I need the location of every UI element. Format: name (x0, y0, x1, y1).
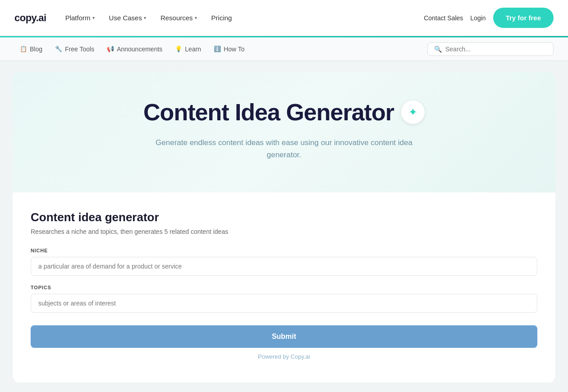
blog-icon: 📋 (20, 46, 27, 52)
powered-by-text: Powered by Copy.ai (31, 353, 537, 360)
top-navigation: copy.ai Platform ▾ Use Cases ▾ Resources… (0, 0, 568, 36)
topics-label: TOPICS (31, 285, 537, 290)
form-section: Content idea generator Researches a nich… (13, 192, 555, 383)
login-button[interactable]: Login (470, 14, 486, 22)
hero-subtitle: Generate endless content ideas with ease… (153, 137, 415, 161)
learn-icon: 💡 (175, 46, 182, 52)
try-free-button[interactable]: Try for free (493, 8, 554, 28)
main-wrapper: Content Idea Generator ✦ Generate endles… (0, 61, 568, 392)
sparkle-icon: ✦ (408, 106, 417, 119)
announcements-icon: 📢 (107, 46, 114, 52)
hero-title-wrap: Content Idea Generator ✦ (31, 99, 537, 126)
search-icon: 🔍 (434, 46, 442, 53)
topics-field-group: TOPICS (31, 285, 537, 313)
logo[interactable]: copy.ai (14, 12, 46, 24)
contact-sales-link[interactable]: Contact Sales (424, 14, 463, 22)
form-subtitle: Researches a niche and topics, then gene… (31, 228, 537, 235)
chevron-down-icon: ▾ (144, 15, 146, 20)
sparkle-icon-container: ✦ (401, 100, 425, 124)
sub-navigation: 📋 Blog 🔧 Free Tools 📢 Announcements 💡 Le… (0, 37, 568, 61)
niche-field-group: NICHE (31, 248, 537, 276)
niche-input[interactable] (31, 257, 537, 276)
nav-item-use-cases[interactable]: Use Cases ▾ (103, 10, 152, 25)
nav-left: copy.ai Platform ▾ Use Cases ▾ Resources… (14, 10, 238, 25)
sub-nav-free-tools[interactable]: 🔧 Free Tools (50, 43, 100, 55)
sub-nav-how-to[interactable]: ℹ️ How To (208, 43, 250, 55)
niche-label: NICHE (31, 248, 537, 253)
hero-section: Content Idea Generator ✦ Generate endles… (13, 72, 555, 192)
nav-item-pricing[interactable]: Pricing (205, 10, 238, 25)
hero-title: Content Idea Generator (143, 99, 394, 126)
chevron-down-icon: ▾ (195, 15, 197, 20)
nav-links: Platform ▾ Use Cases ▾ Resources ▾ Prici… (59, 10, 238, 25)
content-card: Content Idea Generator ✦ Generate endles… (13, 72, 555, 383)
nav-right: Contact Sales Login Try for free (424, 8, 554, 28)
sub-nav-learn[interactable]: 💡 Learn (169, 43, 206, 55)
howto-icon: ℹ️ (214, 46, 221, 52)
sub-nav-announcements[interactable]: 📢 Announcements (101, 43, 168, 55)
sub-nav-blog[interactable]: 📋 Blog (14, 43, 48, 55)
form-title: Content idea generator (31, 210, 537, 224)
tools-icon: 🔧 (55, 46, 62, 52)
search-input[interactable] (445, 46, 547, 53)
search-bar[interactable]: 🔍 (427, 42, 554, 56)
nav-item-resources[interactable]: Resources ▾ (154, 10, 203, 25)
submit-button[interactable]: Submit (31, 325, 537, 348)
nav-item-platform[interactable]: Platform ▾ (59, 10, 101, 25)
sub-nav-links: 📋 Blog 🔧 Free Tools 📢 Announcements 💡 Le… (14, 43, 250, 55)
chevron-down-icon: ▾ (92, 15, 95, 20)
topics-input[interactable] (31, 294, 537, 313)
